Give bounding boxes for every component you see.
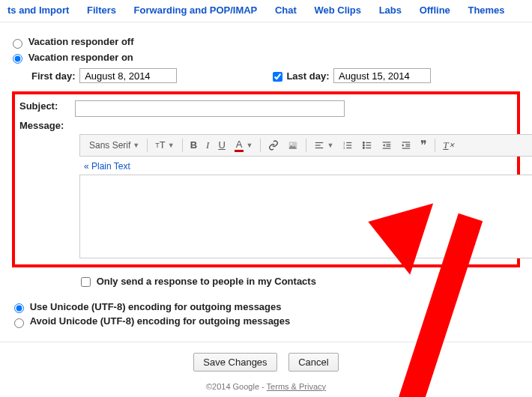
italic-button[interactable]: I: [202, 135, 214, 156]
quote-button[interactable]: ❞: [416, 135, 432, 156]
remove-format-button[interactable]: T✕: [438, 135, 459, 156]
indent-more-icon: [401, 140, 411, 151]
underline-button[interactable]: U: [214, 135, 229, 156]
contacts-only-checkbox[interactable]: [81, 277, 91, 287]
format-toolbar: Sans Serif▼ TT▼ B I U A▼ ▼ 123: [79, 134, 532, 157]
last-day-label: Last day:: [286, 70, 329, 82]
contacts-only-label: Only send a response to people in my Con…: [97, 276, 316, 287]
svg-marker-26: [402, 144, 405, 147]
subject-input[interactable]: [75, 100, 345, 117]
svg-point-14: [363, 142, 365, 143]
svg-text:3: 3: [343, 146, 345, 149]
link-button[interactable]: [264, 135, 283, 156]
last-day-checkbox[interactable]: [273, 72, 282, 82]
tab-webclips[interactable]: Web Clips: [306, 4, 369, 16]
font-size-button[interactable]: TT▼: [151, 135, 178, 156]
tab-themes[interactable]: Themes: [460, 4, 512, 16]
image-button[interactable]: [283, 135, 303, 156]
avoid-unicode-radio[interactable]: [14, 318, 24, 328]
tab-forwarding[interactable]: Forwarding and POP/IMAP: [127, 4, 265, 16]
highlight-box: Subject: Message: Sans Serif▼ TT▼ B I U …: [12, 91, 520, 267]
cancel-button[interactable]: Cancel: [288, 353, 338, 372]
align-button[interactable]: ▼: [309, 135, 338, 156]
link-icon: [268, 140, 279, 151]
footer: ©2014 Google - Terms & Privacy: [0, 382, 532, 391]
svg-point-1: [291, 143, 292, 145]
tab-accounts-import[interactable]: ts and Import: [0, 4, 76, 16]
use-unicode-radio[interactable]: [14, 303, 24, 313]
footer-copyright: ©2014 Google -: [206, 382, 267, 391]
tab-chat[interactable]: Chat: [267, 4, 304, 16]
last-day-input[interactable]: [333, 68, 431, 83]
numbered-list-icon: 123: [342, 140, 353, 151]
save-button[interactable]: Save Changes: [193, 353, 276, 372]
terms-link[interactable]: Terms & Privacy: [267, 382, 326, 391]
plain-text-link[interactable]: « Plain Text: [84, 161, 517, 172]
bullet-list-button[interactable]: [357, 135, 377, 156]
svg-point-15: [363, 145, 365, 146]
indent-less-icon: [381, 140, 392, 151]
bold-button[interactable]: B: [186, 135, 202, 156]
indent-more-button[interactable]: [396, 135, 416, 156]
image-icon: [288, 140, 298, 151]
svg-point-16: [363, 147, 365, 148]
action-buttons: Save Changes Cancel: [0, 342, 532, 382]
vacation-off-radio[interactable]: [13, 39, 22, 49]
bullet-list-icon: [362, 140, 372, 151]
first-day-input[interactable]: [79, 68, 177, 83]
subject-label: Subject:: [19, 100, 72, 112]
vacation-on-radio[interactable]: [13, 54, 22, 64]
text-color-button[interactable]: A▼: [230, 135, 258, 156]
indent-less-button[interactable]: [377, 135, 396, 156]
tab-filters[interactable]: Filters: [79, 4, 124, 16]
use-unicode-label: Use Unicode (UTF-8) encoding for outgoin…: [30, 301, 282, 312]
svg-marker-21: [383, 144, 385, 147]
font-family-button[interactable]: Sans Serif▼: [85, 135, 144, 156]
tab-offline[interactable]: Offline: [412, 4, 458, 16]
numbered-list-button[interactable]: 123: [338, 135, 357, 156]
avoid-unicode-label: Avoid Unicode (UTF-8) encoding for outgo…: [30, 315, 291, 327]
align-icon: [314, 140, 324, 151]
vacation-on-label: Vacation responder on: [28, 52, 133, 63]
vacation-off-label: Vacation responder off: [28, 36, 134, 47]
message-label: Message:: [19, 120, 72, 131]
settings-tabs: ts and Import Filters Forwarding and POP…: [0, 0, 532, 22]
first-day-label: First day:: [31, 70, 76, 82]
tab-labs[interactable]: Labs: [372, 4, 409, 16]
